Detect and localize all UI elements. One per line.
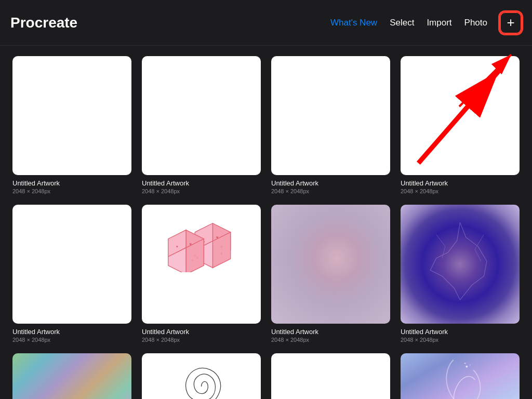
artwork-item[interactable]: Untitled Artwork 2048 × 2048px <box>142 56 261 194</box>
artwork-item[interactable]: ♥ ♥ ♥ ○ ○ ♥ ♥ ○ ○ <box>142 205 261 343</box>
artwork-item[interactable]: Untitled Artwork 2048 × 2048px <box>401 56 520 194</box>
svg-text:♥: ♥ <box>176 245 178 248</box>
artwork-item[interactable]: Untitled Artwork 2048 × 2048px <box>271 56 390 194</box>
sphere-texture <box>401 205 520 324</box>
svg-text:○: ○ <box>220 245 222 248</box>
artwork-info: Untitled Artwork 2048 × 2048px <box>271 179 390 194</box>
svg-text:♥: ♥ <box>189 242 192 247</box>
artwork-thumbnail-small[interactable] <box>142 353 261 399</box>
artwork-title: Untitled Artwork <box>271 328 390 336</box>
svg-point-17 <box>470 364 471 365</box>
artwork-item[interactable]: Untitled Artwork 2048 × 2048px <box>12 205 131 343</box>
artwork-size: 2048 × 2048px <box>142 188 261 194</box>
artwork-item[interactable] <box>142 353 261 399</box>
artwork-info: Untitled Artwork 2048 × 2048px <box>401 179 520 194</box>
artwork-info: Untitled Artwork 2048 × 2048px <box>142 328 261 343</box>
artwork-title: Untitled Artwork <box>271 179 390 187</box>
nav-whats-new[interactable]: What's New <box>330 18 377 28</box>
artwork-size: 2048 × 2048px <box>271 188 390 194</box>
artwork-thumbnail-holo[interactable] <box>12 353 131 399</box>
artwork-thumbnail[interactable] <box>12 56 131 175</box>
svg-point-16 <box>464 363 466 364</box>
artwork-item[interactable] <box>12 353 131 399</box>
artwork-size: 2048 × 2048px <box>12 188 131 194</box>
svg-point-15 <box>466 366 468 368</box>
artwork-info: Untitled Artwork 2048 × 2048px <box>401 328 520 343</box>
nav-select[interactable]: Select <box>390 18 414 28</box>
artwork-info: Untitled Artwork 2048 × 2048px <box>142 179 261 194</box>
spiral-thumbnail <box>142 353 261 399</box>
artwork-thumbnail-blue[interactable] <box>401 353 520 399</box>
thumbnail-arrow <box>401 56 520 175</box>
svg-line-3 <box>418 71 499 163</box>
svg-text:○: ○ <box>196 256 198 259</box>
nav-photo[interactable]: Photo <box>464 18 487 28</box>
artwork-title: Untitled Artwork <box>12 328 131 336</box>
header-nav: What's New Select Import Photo + <box>330 12 522 34</box>
artwork-thumbnail-white2[interactable] <box>271 353 390 399</box>
artwork-thumbnail-sphere[interactable] <box>401 205 520 324</box>
artwork-size: 2048 × 2048px <box>401 188 520 194</box>
app-title: Procreate <box>10 15 77 31</box>
svg-text:♥: ♥ <box>216 235 218 240</box>
artwork-thumbnail-dice[interactable]: ♥ ♥ ♥ ○ ○ ♥ ♥ ○ ○ <box>142 205 261 324</box>
svg-text:○: ○ <box>194 254 196 257</box>
artwork-thumbnail[interactable] <box>142 56 261 175</box>
dice-illustration: ♥ ♥ ♥ ○ ○ ♥ ♥ ○ ○ <box>168 210 235 272</box>
artwork-item[interactable]: Untitled Artwork 2048 × 2048px <box>271 205 390 343</box>
artwork-size: 2048 × 2048px <box>271 337 390 343</box>
header: Procreate What's New Select Import Photo… <box>0 0 532 46</box>
artwork-title: Untitled Artwork <box>12 179 131 187</box>
gallery: Untitled Artwork 2048 × 2048px Untitled … <box>0 46 532 399</box>
artwork-info: Untitled Artwork 2048 × 2048px <box>12 328 131 343</box>
artwork-title: Untitled Artwork <box>401 328 520 336</box>
nav-import[interactable]: Import <box>427 18 451 28</box>
svg-text:○: ○ <box>192 259 194 262</box>
artwork-size: 2048 × 2048px <box>12 337 131 343</box>
artwork-thumbnail-blur[interactable] <box>271 205 390 324</box>
artwork-item[interactable]: Untitled Artwork 2048 × 2048px <box>12 56 131 194</box>
artwork-item[interactable]: Untitled Artwork 2048 × 2048px <box>401 205 520 343</box>
new-artwork-button[interactable]: + <box>500 12 522 34</box>
artwork-title: Untitled Artwork <box>142 328 261 336</box>
artwork-info: Untitled Artwork 2048 × 2048px <box>271 328 390 343</box>
artwork-size: 2048 × 2048px <box>401 337 520 343</box>
artwork-info: Untitled Artwork 2048 × 2048px <box>12 179 131 194</box>
svg-text:○: ○ <box>220 251 222 255</box>
artwork-thumbnail[interactable] <box>271 56 390 175</box>
artwork-item[interactable] <box>271 353 390 399</box>
gallery-grid: Untitled Artwork 2048 × 2048px Untitled … <box>12 56 520 399</box>
artwork-title: Untitled Artwork <box>142 179 261 187</box>
artwork-thumbnail[interactable] <box>12 205 131 324</box>
blue-art-detail <box>401 353 520 399</box>
artwork-size: 2048 × 2048px <box>142 337 261 343</box>
artwork-item[interactable] <box>401 353 520 399</box>
artwork-title: Untitled Artwork <box>401 179 520 187</box>
artwork-thumbnail[interactable] <box>401 56 520 175</box>
